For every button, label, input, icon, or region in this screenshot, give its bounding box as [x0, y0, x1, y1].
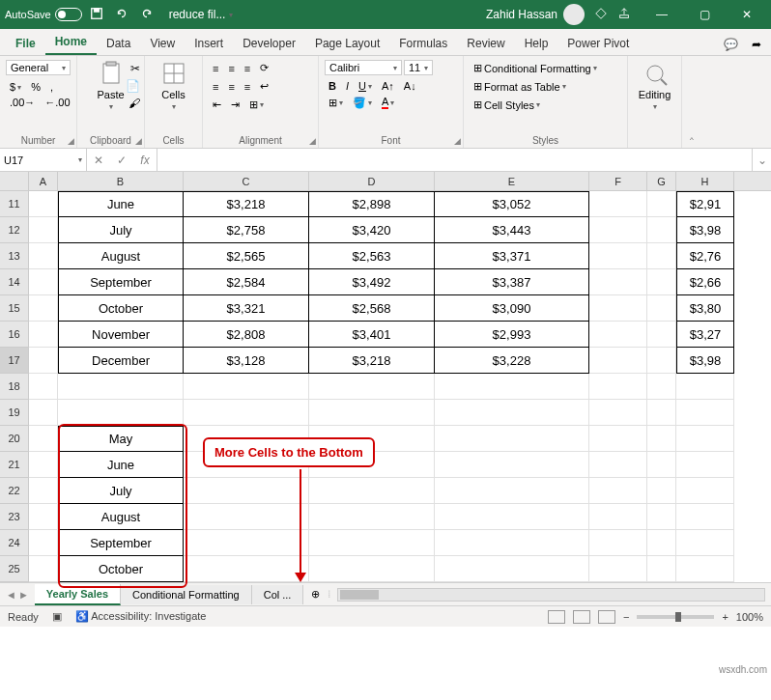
cell-F20[interactable] [589, 426, 647, 452]
cell-C17[interactable]: $3,128 [184, 348, 309, 374]
cell-G23[interactable] [647, 504, 676, 530]
cell-B19[interactable] [58, 400, 184, 426]
row-header-24[interactable]: 24 [0, 530, 29, 556]
increase-font-icon[interactable]: A↑ [378, 78, 398, 94]
merge-icon[interactable]: ⊞▾ [245, 97, 268, 113]
align-left-icon[interactable]: ≡ [209, 79, 222, 95]
cell-C15[interactable]: $3,321 [184, 295, 309, 322]
cell-A21[interactable] [29, 452, 58, 478]
decrease-font-icon[interactable]: A↓ [400, 78, 420, 94]
cell-A19[interactable] [29, 400, 58, 426]
cell-H20[interactable] [676, 426, 734, 452]
column-header-H[interactable]: H [676, 172, 734, 190]
cell-H11[interactable]: $2,91 [676, 191, 734, 217]
filename[interactable]: reduce fil... ▾ [169, 8, 234, 21]
cell-B15[interactable]: October [58, 295, 184, 322]
tab-file[interactable]: File [6, 31, 45, 55]
cell-C18[interactable] [184, 374, 309, 400]
row-header-11[interactable]: 11 [0, 191, 29, 217]
tab-power-pivot[interactable]: Power Pivot [557, 31, 639, 55]
cell-B16[interactable]: November [58, 322, 184, 348]
cell-E25[interactable] [435, 556, 589, 582]
borders-icon[interactable]: ⊞▾ [325, 95, 347, 111]
cell-E19[interactable] [435, 400, 589, 426]
cell-D24[interactable] [309, 530, 435, 556]
cell-D18[interactable] [309, 374, 435, 400]
cell-H25[interactable] [676, 556, 734, 582]
enter-formula-icon[interactable]: ✓ [110, 154, 133, 167]
new-sheet-icon[interactable]: ⊕ [303, 588, 328, 601]
cell-C23[interactable] [184, 504, 309, 530]
column-header-B[interactable]: B [58, 172, 184, 190]
font-color-icon[interactable]: A▾ [378, 94, 398, 111]
cell-F11[interactable] [589, 191, 647, 217]
editing-icon[interactable] [642, 60, 669, 87]
cell-E13[interactable]: $3,371 [435, 243, 589, 269]
column-header-A[interactable]: A [29, 172, 58, 190]
name-box[interactable]: U17▾ [0, 149, 87, 171]
row-header-20[interactable]: 20 [0, 426, 29, 452]
cell-C12[interactable]: $2,758 [184, 217, 309, 243]
fx-icon[interactable]: fx [133, 154, 157, 167]
column-header-G[interactable]: G [647, 172, 676, 190]
zoom-out-icon[interactable]: − [623, 611, 629, 623]
clipboard-dialog-launcher[interactable]: ◢ [135, 136, 142, 146]
format-painter-icon[interactable]: 🖌 [128, 97, 140, 110]
cell-C14[interactable]: $2,584 [184, 269, 309, 295]
fill-color-icon[interactable]: 🪣▾ [349, 95, 376, 111]
align-right-icon[interactable]: ≡ [241, 79, 254, 95]
cell-G20[interactable] [647, 426, 676, 452]
user-account[interactable]: Zahid Hassan [486, 4, 585, 25]
cell-F15[interactable] [589, 295, 647, 322]
cell-C13[interactable]: $2,565 [184, 243, 309, 269]
italic-button[interactable]: I [342, 78, 353, 94]
sheet-next-icon[interactable]: ► [18, 589, 29, 601]
cell-E11[interactable]: $3,052 [435, 191, 589, 217]
tab-developer[interactable]: Developer [233, 31, 305, 55]
cell-G15[interactable] [647, 295, 676, 322]
cell-G25[interactable] [647, 556, 676, 582]
decrease-decimal-icon[interactable]: ←.00 [41, 95, 73, 110]
cell-H14[interactable]: $2,66 [676, 269, 734, 295]
collapse-ribbon-icon[interactable]: ^ [690, 135, 694, 144]
cell-F17[interactable] [589, 348, 647, 374]
cell-D15[interactable]: $2,568 [309, 295, 435, 322]
maximize-button[interactable]: ▢ [685, 0, 724, 29]
increase-decimal-icon[interactable]: .00→ [6, 95, 39, 110]
tab-insert[interactable]: Insert [185, 31, 233, 55]
zoom-level[interactable]: 100% [736, 611, 763, 623]
upload-icon[interactable] [617, 7, 631, 23]
cell-B17[interactable]: December [58, 348, 184, 374]
align-center-icon[interactable]: ≡ [224, 79, 238, 95]
sheet-tab-col[interactable]: Col ... [252, 585, 304, 604]
macro-record-icon[interactable]: ▣ [52, 610, 62, 623]
cell-F13[interactable] [589, 243, 647, 269]
cell-D19[interactable] [309, 400, 435, 426]
cell-F23[interactable] [589, 504, 647, 530]
cell-H15[interactable]: $3,80 [676, 295, 734, 322]
cell-B14[interactable]: September [58, 269, 184, 295]
cell-D17[interactable]: $3,218 [309, 348, 435, 374]
cell-A24[interactable] [29, 530, 58, 556]
cell-G16[interactable] [647, 322, 676, 348]
expand-formula-bar-icon[interactable]: ⌄ [752, 149, 771, 171]
align-bottom-icon[interactable]: ≡ [241, 61, 254, 76]
accessibility-status[interactable]: ♿ Accessibility: Investigate [75, 610, 207, 623]
tab-data[interactable]: Data [97, 31, 140, 55]
cell-C11[interactable]: $3,218 [184, 191, 309, 217]
row-header-22[interactable]: 22 [0, 478, 29, 504]
minimize-button[interactable]: — [642, 0, 681, 29]
horizontal-scrollbar[interactable] [337, 588, 765, 602]
undo-icon[interactable] [115, 7, 128, 23]
row-header-17[interactable]: 17 [0, 348, 29, 374]
cell-D11[interactable]: $2,898 [309, 191, 435, 217]
cell-F24[interactable] [589, 530, 647, 556]
cells-icon[interactable] [160, 60, 187, 87]
tab-review[interactable]: Review [457, 31, 514, 55]
cell-D16[interactable]: $3,401 [309, 322, 435, 348]
save-icon[interactable] [90, 7, 103, 23]
bold-button[interactable]: B [325, 78, 340, 94]
diamond-icon[interactable] [594, 7, 608, 23]
cell-C19[interactable] [184, 400, 309, 426]
cell-G12[interactable] [647, 217, 676, 243]
